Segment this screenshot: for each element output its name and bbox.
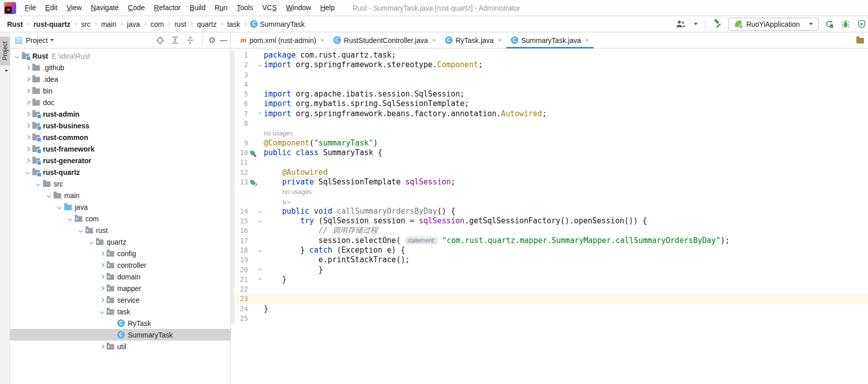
tree-item-rust-business[interactable]: rust-business [10, 120, 230, 131]
chevron-right-icon[interactable] [98, 252, 106, 255]
breadcrumb-item-task[interactable]: task [226, 20, 242, 28]
chevron-right-icon[interactable] [24, 136, 32, 139]
tree-item-java[interactable]: java [10, 201, 230, 213]
breadcrumb-item-com[interactable]: com [150, 20, 165, 28]
breadcrumb-item-main[interactable]: main [100, 20, 117, 28]
expand-all-icon[interactable] [170, 35, 181, 46]
close-tab-icon[interactable]: × [320, 37, 324, 43]
editor-tab-pom-xml-rust-admin[interactable]: pom.xml (rust-admin)× [236, 32, 329, 48]
menu-build[interactable]: Build [185, 0, 210, 16]
tree-item-src[interactable]: src [10, 178, 230, 189]
breadcrumb-item-src[interactable]: src [80, 20, 91, 28]
tree-item-rust[interactable]: rust [10, 224, 230, 236]
menu-tools[interactable]: Tools [232, 0, 258, 16]
breadcrumb-item-rust-quartz[interactable]: rust-quartz [32, 20, 71, 28]
tree-item-com[interactable]: com [10, 213, 230, 224]
tree-item-rust-common[interactable]: rust-common [10, 131, 230, 143]
chevron-down-icon[interactable] [98, 310, 106, 313]
chevron-right-icon[interactable] [24, 113, 32, 116]
tree-item-rytask[interactable]: RyTask [10, 317, 230, 329]
user-account-icon[interactable] [676, 19, 687, 30]
spring-bean-icon[interactable] [248, 151, 257, 156]
chevron-right-icon[interactable] [24, 78, 32, 81]
menu-navigate[interactable]: Navigate [86, 0, 123, 16]
tree-item-main[interactable]: main [10, 189, 230, 201]
tree-item-task[interactable]: task [10, 306, 230, 317]
menu-refactor[interactable]: Refactor [150, 0, 185, 16]
tree-item-rust-admin[interactable]: rust-admin [10, 108, 230, 120]
close-tab-icon[interactable]: × [432, 37, 436, 43]
breadcrumb-item-quartz[interactable]: quartz [196, 20, 218, 28]
breadcrumb-item-summarytask[interactable]: SummaryTask [259, 20, 306, 28]
tree-item-bin[interactable]: bin [10, 85, 230, 97]
breadcrumb-item-java[interactable]: java [126, 20, 141, 28]
code-editor[interactable]: 1package com.rust.quartz.task;2import or… [231, 49, 868, 384]
breadcrumb-item-rust[interactable]: rust [173, 20, 187, 28]
chevron-right-icon[interactable] [24, 159, 32, 162]
fold-marker-icon[interactable] [257, 64, 263, 66]
tree-item-rust-quartz[interactable]: rust-quartz [10, 166, 230, 178]
fold-marker-icon[interactable] [257, 113, 263, 115]
chevron-down-icon[interactable] [24, 171, 32, 174]
tree-item-github[interactable]: .github [10, 62, 230, 73]
fold-marker-icon[interactable] [257, 278, 263, 281]
menu-file[interactable]: File [20, 0, 41, 16]
chevron-right-icon[interactable] [24, 148, 32, 151]
user-dropdown-caret-icon[interactable] [694, 23, 698, 25]
close-tab-icon[interactable]: × [585, 37, 589, 43]
fold-marker-icon[interactable] [257, 210, 263, 213]
spring-autowired-icon[interactable] [248, 180, 257, 185]
usages-hint[interactable]: no usages [282, 188, 312, 196]
chevron-right-icon[interactable] [24, 124, 32, 127]
fold-marker-icon[interactable] [257, 249, 263, 252]
tree-item-rust-framework[interactable]: rust-framework [10, 143, 230, 155]
rerun-application-icon[interactable] [824, 19, 835, 30]
menu-view[interactable]: View [62, 0, 86, 16]
related-symbols-icon[interactable]: ↻ [282, 199, 290, 205]
tree-item-domain[interactable]: domain [10, 271, 230, 282]
run-configuration-select[interactable]: RuoYiApplication [729, 18, 818, 31]
menu-edit[interactable]: Edit [41, 0, 62, 16]
tree-item-util[interactable]: util [10, 341, 230, 352]
chevron-down-icon[interactable] [87, 241, 95, 244]
chevron-right-icon[interactable] [98, 287, 106, 290]
hidden-tabs-icon[interactable] [856, 32, 868, 48]
chevron-right-icon[interactable] [98, 345, 106, 348]
editor-tab-rytask-java[interactable]: RyTask.java× [441, 32, 506, 48]
fold-marker-icon[interactable] [257, 269, 263, 271]
tree-item-doc[interactable]: doc [10, 97, 230, 108]
chevron-right-icon[interactable] [98, 275, 106, 278]
hide-panel-icon[interactable]: — [220, 36, 227, 44]
tree-item-summarytask[interactable]: SummaryTask [10, 329, 230, 341]
profiler-shield-icon[interactable] [856, 19, 867, 30]
menu-code[interactable]: Code [123, 0, 149, 16]
project-view-caret-icon[interactable] [50, 39, 54, 41]
tree-item-mapper[interactable]: mapper [10, 282, 230, 294]
tree-item-service[interactable]: service [10, 294, 230, 306]
chevron-down-icon[interactable] [13, 55, 21, 58]
locate-file-icon[interactable] [155, 35, 166, 46]
editor-tab-ruststudentcontroller-java[interactable]: RustStudentController.java× [329, 32, 441, 48]
chevron-right-icon[interactable] [98, 299, 106, 302]
menu-vcs[interactable]: VCS [258, 0, 281, 16]
chevron-right-icon[interactable] [24, 101, 32, 104]
close-tab-icon[interactable]: × [498, 37, 502, 43]
project-tree[interactable]: RustE:\idea\Rust.github.ideabindocrust-a… [10, 49, 230, 384]
usages-hint[interactable]: no usages [264, 130, 293, 137]
debug-bug-icon[interactable] [840, 19, 851, 30]
menu-run[interactable]: Run [210, 0, 232, 16]
chevron-right-icon[interactable] [98, 264, 106, 267]
tree-item-rust-generator[interactable]: rust-generator [10, 155, 230, 166]
menu-help[interactable]: Help [316, 0, 340, 16]
chevron-right-icon[interactable] [24, 66, 32, 69]
tool-stripe-project-tab[interactable]: Project [0, 36, 10, 65]
tree-item-quartz[interactable]: quartz [10, 236, 230, 248]
tree-item-rust[interactable]: RustE:\idea\Rust [10, 50, 230, 62]
chevron-down-icon[interactable] [34, 182, 42, 185]
chevron-down-icon[interactable] [66, 217, 74, 220]
chevron-down-icon[interactable] [45, 194, 53, 197]
chevron-right-icon[interactable] [24, 89, 32, 92]
menu-window[interactable]: Window [281, 0, 316, 16]
chevron-down-icon[interactable] [56, 206, 64, 209]
chevron-down-icon[interactable] [77, 229, 85, 232]
